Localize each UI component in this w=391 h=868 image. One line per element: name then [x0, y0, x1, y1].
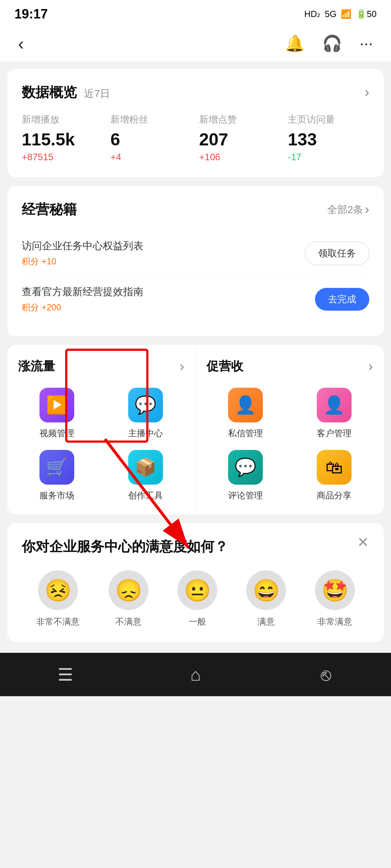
tool-product-share[interactable]: 🛍 商品分享 [295, 450, 373, 501]
survey-option-very-satisfied[interactable]: 🤩 非常满意 [315, 570, 355, 627]
tools-left-grid: ▶️ 视频管理 💬 主播中心 🛒 服务市场 📦 创作工具 [18, 388, 184, 501]
data-overview-period: 近7日 [84, 88, 110, 99]
survey-option-very-unsatisfied[interactable]: 😣 非常不满意 [36, 570, 80, 627]
survey-option-unsatisfied[interactable]: 😞 不满意 [109, 570, 148, 627]
survey-label-neutral: 一般 [189, 616, 206, 627]
stat-visits-value: 133 [288, 129, 369, 149]
tool-dm-management-label: 私信管理 [228, 427, 263, 439]
tools-left: 涨流量 ▶️ 视频管理 💬 主播中心 🛒 服务市场 [7, 345, 196, 514]
biz-tips-title: 经营秘籍 [22, 200, 77, 219]
tools-right-more[interactable] [368, 359, 373, 374]
signal-5g-icon: 5G [325, 9, 336, 19]
stat-visits: 主页访问量 133 -17 [288, 113, 369, 163]
bottom-nav-back-icon: ⎋ [321, 665, 331, 685]
tips-item-1-sub: 积分 +10 [22, 256, 143, 267]
tool-anchor-center-label: 主播中心 [128, 427, 163, 439]
tool-creation-tools-label: 创作工具 [128, 490, 163, 501]
tool-video-management-icon: ▶️ [39, 388, 74, 422]
survey-emoji-satisfied: 😄 [246, 570, 286, 610]
back-button[interactable]: ‹ [18, 34, 24, 54]
tool-dm-management-icon: 👤 [228, 388, 263, 422]
tool-customer-management[interactable]: 👤 客户管理 [295, 388, 373, 439]
tips-item-2-button[interactable]: 去完成 [315, 288, 369, 311]
tool-service-market-label: 服务市场 [39, 490, 74, 501]
tool-anchor-center-icon: 💬 [128, 388, 163, 422]
nav-bar: ‹ 🔔 🎧 ··· [0, 25, 391, 61]
survey-label-very-unsatisfied: 非常不满意 [36, 616, 80, 627]
survey-label-very-satisfied: 非常满意 [318, 616, 352, 627]
tool-video-management-label: 视频管理 [39, 427, 74, 439]
stat-visits-change: -17 [288, 152, 369, 163]
data-overview-header: 数据概览 近7日 [22, 83, 369, 102]
biz-tips-card: 经营秘籍 全部2条 访问企业任务中心权益列表 积分 +10 领取任务 查看官方最… [7, 186, 384, 336]
survey-options: 😣 非常不满意 😞 不满意 😐 一般 😄 满意 🤩 非常满意 [22, 570, 369, 627]
bottom-nav-home-icon: ⌂ [190, 665, 201, 685]
tips-item-1-button[interactable]: 领取任务 [305, 242, 369, 265]
tool-creation-tools-icon: 📦 [128, 450, 163, 485]
bottom-nav-back[interactable]: ⎋ [261, 653, 391, 696]
stat-likes: 新增点赞 207 +106 [199, 113, 281, 163]
survey-option-neutral[interactable]: 😐 一般 [177, 570, 217, 627]
tool-dm-management[interactable]: 👤 私信管理 [206, 388, 284, 439]
survey-close-button[interactable]: ✕ [357, 534, 369, 550]
more-icon[interactable]: ··· [360, 34, 373, 52]
biz-tips-header: 经营秘籍 全部2条 [22, 200, 369, 219]
survey-label-unsatisfied: 不满意 [115, 616, 142, 627]
tools-left-header: 涨流量 [18, 358, 184, 375]
tools-right-header: 促营收 [206, 358, 373, 375]
status-time: 19:17 [14, 7, 48, 22]
tool-comment-management[interactable]: 💬 评论管理 [206, 450, 284, 501]
tool-product-share-icon: 🛍 [317, 450, 352, 485]
signal-icon: HD₂ [304, 9, 321, 19]
headset-icon[interactable]: 🎧 [322, 34, 342, 53]
stat-plays-value: 115.5k [22, 129, 103, 149]
bottom-nav-menu-icon: ☰ [58, 664, 73, 685]
tips-item-2: 查看官方最新经营提效指南 积分 +200 去完成 [22, 276, 369, 322]
survey-title: 你对企业服务中心的满意度如何？ [22, 537, 369, 556]
survey-card: ✕ 你对企业服务中心的满意度如何？ 😣 非常不满意 😞 不满意 😐 一般 😄 满… [7, 523, 384, 642]
tips-item-1-text: 访问企业任务中心权益列表 [22, 239, 143, 253]
tips-item-2-text: 查看官方最新经营提效指南 [22, 285, 143, 299]
stat-fans: 新增粉丝 6 +4 [110, 113, 192, 163]
bottom-nav: ☰ ⌂ ⎋ [0, 653, 391, 696]
bell-icon[interactable]: 🔔 [285, 34, 305, 53]
tool-product-share-label: 商品分享 [317, 490, 352, 501]
survey-option-satisfied[interactable]: 😄 满意 [246, 570, 286, 627]
survey-emoji-neutral: 😐 [177, 570, 217, 610]
stat-fans-value: 6 [110, 129, 192, 149]
nav-right-icons: 🔔 🎧 ··· [285, 34, 373, 53]
tips-item-2-text-group: 查看官方最新经营提效指南 积分 +200 [22, 285, 143, 313]
tips-item-1-text-group: 访问企业任务中心权益列表 积分 +10 [22, 239, 143, 267]
wifi-icon: 📶 [341, 9, 352, 19]
tools-left-more[interactable] [180, 359, 184, 374]
tools-section: 涨流量 ▶️ 视频管理 💬 主播中心 🛒 服务市场 [7, 345, 384, 514]
survey-label-satisfied: 满意 [257, 616, 275, 627]
tool-comment-management-label: 评论管理 [228, 490, 263, 501]
data-overview-more[interactable] [363, 85, 369, 100]
bottom-nav-menu[interactable]: ☰ [0, 653, 130, 696]
tips-item-2-sub: 积分 +200 [22, 302, 143, 313]
tool-video-management[interactable]: ▶️ 视频管理 [18, 388, 96, 439]
stat-visits-label: 主页访问量 [288, 113, 369, 126]
stat-plays: 新增播放 115.5k +87515 [22, 113, 103, 163]
survey-emoji-very-unsatisfied: 😣 [38, 570, 78, 610]
tool-anchor-center[interactable]: 💬 主播中心 [107, 388, 185, 439]
stat-likes-value: 207 [199, 129, 281, 149]
status-icons: HD₂ 5G 📶 🔋50 [304, 9, 377, 19]
tools-right-title: 促营收 [206, 358, 243, 375]
survey-emoji-very-satisfied: 🤩 [315, 570, 355, 610]
tool-customer-management-icon: 👤 [317, 388, 352, 422]
stat-fans-label: 新增粉丝 [110, 113, 192, 126]
status-bar: 19:17 HD₂ 5G 📶 🔋50 [0, 0, 391, 25]
tool-creation-tools[interactable]: 📦 创作工具 [107, 450, 185, 501]
tools-right: 促营收 👤 私信管理 👤 客户管理 💬 评论管理 [196, 345, 384, 514]
biz-tips-more[interactable]: 全部2条 [327, 202, 369, 217]
bottom-nav-home[interactable]: ⌂ [130, 653, 261, 696]
stat-fans-change: +4 [110, 152, 192, 163]
tool-service-market-icon: 🛒 [39, 450, 74, 485]
main-content: 数据概览 近7日 新增播放 115.5k +87515 新增粉丝 6 +4 新增… [0, 61, 391, 649]
tools-right-grid: 👤 私信管理 👤 客户管理 💬 评论管理 🛍 商品分享 [206, 388, 373, 501]
tool-service-market[interactable]: 🛒 服务市场 [18, 450, 96, 501]
tools-wrapper: 涨流量 ▶️ 视频管理 💬 主播中心 🛒 服务市场 [7, 345, 384, 514]
stat-plays-change: +87515 [22, 152, 103, 163]
